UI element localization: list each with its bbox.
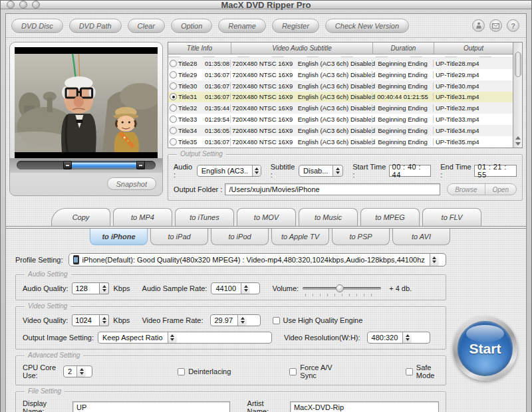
cpu-core-use-select[interactable]: 2 bbox=[63, 365, 92, 377]
check-new-version-button[interactable]: Check New Version bbox=[325, 19, 409, 33]
scroll-up-icon[interactable] bbox=[515, 136, 521, 140]
help-icon[interactable]: ? bbox=[507, 19, 519, 32]
audio-select[interactable]: English (AC3... bbox=[197, 165, 261, 177]
deinterlacing-checkbox[interactable]: Deinterlacing bbox=[178, 367, 231, 375]
audio-sample-rate-select[interactable]: 44100 bbox=[211, 282, 260, 294]
stepper-icon bbox=[332, 165, 342, 176]
stepper-icon bbox=[402, 332, 412, 343]
dvd-path-button[interactable]: DVD Path bbox=[69, 19, 122, 33]
output-image-setting-select[interactable]: Keep Aspect Ratio bbox=[98, 332, 272, 344]
audio-quality-stepper[interactable] bbox=[100, 282, 109, 294]
title-radio[interactable] bbox=[170, 71, 177, 78]
header-video-audio-subtitle[interactable]: Video Audio Subtitle bbox=[231, 43, 373, 54]
dvd-disc-button[interactable]: DVD Disc bbox=[11, 19, 63, 33]
tab-to-ipod[interactable]: to iPod bbox=[211, 229, 269, 245]
output-folder-label: Output Folder : bbox=[174, 185, 222, 193]
tab-to-iphone[interactable]: to iPhone bbox=[90, 229, 148, 245]
title-video: 720X480 NTSC 16X9 bbox=[230, 116, 296, 123]
subtitle-select[interactable]: Disab... bbox=[299, 165, 343, 177]
force-av-sync-checkbox[interactable]: Force A/V Sync bbox=[289, 363, 334, 379]
trim-start-handle[interactable] bbox=[63, 161, 72, 169]
volume-slider[interactable] bbox=[303, 284, 381, 293]
header-duration[interactable]: Duration bbox=[373, 43, 434, 54]
title-output: UP-Title35.mp4 bbox=[433, 138, 513, 146]
tab-to-apple-tv[interactable]: to Apple TV bbox=[271, 229, 329, 245]
title-radio[interactable] bbox=[170, 60, 177, 67]
title-radio[interactable] bbox=[170, 138, 177, 146]
video-resolution-label: Video Resolution(W:H): bbox=[284, 334, 360, 342]
tab-to-avi[interactable]: to AVI bbox=[392, 229, 450, 245]
table-row[interactable]: Title35 01:36:07 720X480 NTSC 16X9 Engli… bbox=[168, 136, 513, 148]
header-title-info[interactable]: Title Info bbox=[168, 43, 231, 54]
table-row[interactable]: Title29 01:36:07 720X480 NTSC 16X9 Engli… bbox=[168, 69, 513, 80]
trim-track[interactable] bbox=[17, 161, 156, 169]
buy-icon[interactable] bbox=[472, 19, 485, 32]
tab-to-mp4[interactable]: to MP4 bbox=[113, 208, 172, 226]
artist-name-input[interactable]: MacX-DVD-Rip bbox=[290, 401, 439, 412]
scrollbar-thumb[interactable] bbox=[515, 52, 521, 77]
title-radio[interactable] bbox=[170, 104, 177, 112]
window-content: DVD Disc DVD Path Clear Option Rename Re… bbox=[5, 13, 527, 412]
slider-thumb[interactable] bbox=[336, 284, 344, 292]
display-name-input[interactable]: UP bbox=[72, 401, 230, 412]
table-row[interactable]: Title28 01:35:08 720X480 NTSC 16X9 Engli… bbox=[168, 58, 513, 69]
title-radio[interactable] bbox=[170, 127, 177, 134]
video-frame-rate-select[interactable]: 29.97 bbox=[210, 314, 261, 326]
header-output[interactable]: Output bbox=[434, 43, 513, 54]
title-output: UP-Title31.mp4 bbox=[433, 93, 513, 100]
mail-icon[interactable] bbox=[489, 19, 502, 32]
title-video: 720X480 NTSC 16X9 bbox=[230, 82, 296, 90]
title-video: 720X480 NTSC 16X9 bbox=[230, 104, 296, 112]
scroll-down-icon[interactable] bbox=[515, 142, 521, 146]
tab-to-psp[interactable]: to PSP bbox=[332, 229, 390, 245]
title-duration: Beginning Ending bbox=[372, 60, 433, 67]
audio-quality-field[interactable]: 128 bbox=[72, 282, 100, 294]
title-radio[interactable] bbox=[170, 93, 177, 100]
title-duration: Beginning Ending bbox=[372, 127, 433, 134]
start-time-field[interactable]: 00 : 40 : 44 bbox=[389, 165, 432, 177]
video-resolution-select[interactable]: 480:320 bbox=[367, 332, 430, 344]
tab-to-flv[interactable]: to FLV bbox=[422, 208, 481, 226]
table-row[interactable]: Title30 01:36:07 720X480 NTSC 16X9 Engli… bbox=[168, 80, 513, 92]
browse-button[interactable]: Browse bbox=[448, 184, 485, 195]
safe-mode-checkbox[interactable]: Safe Mode bbox=[406, 363, 439, 379]
high-quality-engine-checkbox[interactable]: Use High Quality Engine bbox=[273, 316, 363, 324]
title-radio[interactable] bbox=[170, 116, 177, 123]
output-folder-input[interactable]: /Users/xujun/Movies/iPhone bbox=[225, 183, 440, 195]
clear-button[interactable]: Clear bbox=[128, 19, 165, 33]
option-button[interactable]: Option bbox=[171, 19, 212, 33]
tab-to-mov[interactable]: to MOV bbox=[237, 208, 296, 226]
window-title: MacX DVD Ripper Pro bbox=[1, 0, 531, 10]
title-subtitle: Disabled bbox=[350, 71, 372, 78]
register-button[interactable]: Register bbox=[272, 19, 319, 33]
tab-to-music[interactable]: to Music bbox=[299, 208, 358, 226]
title-video: 720X480 NTSC 16X9 bbox=[230, 60, 296, 67]
folder-buttons: Browse Open bbox=[447, 183, 517, 195]
video-quality-field[interactable]: 1024 bbox=[72, 314, 100, 326]
title-duration: Beginning Ending bbox=[372, 82, 433, 90]
title-length: 01:35:08 bbox=[205, 60, 230, 67]
title-radio[interactable] bbox=[170, 82, 177, 90]
end-time-field[interactable]: 01 : 21 : 55 bbox=[474, 165, 517, 177]
table-scrollbar[interactable] bbox=[513, 43, 522, 148]
snapshot-button[interactable]: Snapshot bbox=[107, 177, 156, 190]
tab-to-ipad[interactable]: to iPad bbox=[150, 229, 208, 245]
trim-end-handle[interactable] bbox=[136, 161, 145, 169]
rename-button[interactable]: Rename bbox=[218, 19, 266, 33]
tab-to-mpeg[interactable]: to MPEG bbox=[360, 208, 420, 226]
table-row[interactable]: Title33 01:29:54 720X480 NTSC 16X9 Engli… bbox=[168, 114, 513, 125]
titlebar: MacX DVD Ripper Pro bbox=[1, 1, 531, 9]
table-row[interactable]: Title34 01:36:05 720X480 NTSC 16X9 Engli… bbox=[168, 125, 513, 136]
open-button[interactable]: Open bbox=[485, 184, 516, 195]
start-button[interactable]: Start bbox=[453, 316, 517, 381]
video-quality-stepper[interactable] bbox=[100, 314, 109, 326]
profile-select[interactable]: iPhone(Default): Good Quality(480x320 MP… bbox=[68, 253, 446, 266]
output-image-setting-label: Output Image Setting: bbox=[23, 334, 94, 342]
tab-copy[interactable]: Copy bbox=[51, 208, 110, 226]
tab-to-itunes[interactable]: to iTunes bbox=[175, 208, 234, 226]
table-row[interactable]: Title32 01:35:44 720X480 NTSC 16X9 Engli… bbox=[168, 102, 513, 114]
table-row-selected[interactable]: Title31 01:36:07 720X480 NTSC 16X9 Engli… bbox=[168, 92, 513, 103]
cpu-core-use-value: 2 bbox=[68, 367, 72, 375]
audio-setting-group: Audio Setting Audio Quality: 128 Kbps Au… bbox=[15, 274, 446, 300]
start-button-label: Start bbox=[469, 341, 501, 357]
